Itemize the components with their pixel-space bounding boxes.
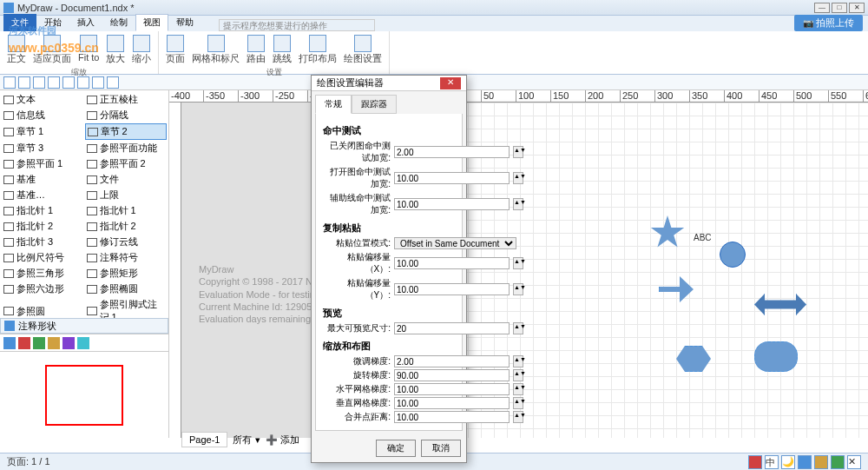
qt-icon[interactable] (92, 76, 104, 89)
upload-button[interactable]: 📷 拍照上传 (794, 15, 863, 31)
library-item[interactable]: 上限 (85, 188, 168, 202)
maximize-button[interactable]: □ (832, 3, 847, 13)
library-item[interactable]: 参照矩形 (85, 266, 168, 281)
tell-me-search[interactable]: 提示程序您想要进行的操作 (219, 19, 375, 31)
library-item[interactable]: 参照三角形 (2, 266, 84, 281)
library-item[interactable]: 指北针 3 (2, 235, 84, 249)
library-item[interactable]: 指北针 2 (85, 219, 168, 234)
tray-icon[interactable] (748, 455, 762, 469)
dialog-titlebar[interactable]: 绘图设置编辑器 ✕ (312, 76, 466, 91)
library-item[interactable]: 参照引脚式注记 1 (85, 297, 168, 318)
library-item[interactable]: 指北针 1 (85, 203, 168, 218)
fit-page-button[interactable]: 适应页面 (31, 33, 73, 67)
closed-hit-width-input[interactable] (394, 146, 510, 158)
all-pages-dropdown[interactable]: 所有 ▾ (233, 434, 260, 447)
shape-rounded-rect[interactable] (754, 341, 798, 372)
spinner-icon[interactable]: ▲▼ (513, 383, 523, 395)
jump-button[interactable]: 跳线 (271, 33, 293, 67)
library-item[interactable]: 指北针 2 (2, 219, 84, 234)
library-item[interactable]: 比例尺符号 (2, 250, 84, 265)
dialog-tab-tracker[interactable]: 跟踪器 (352, 95, 397, 114)
shape-hexagon[interactable] (676, 346, 711, 372)
qt-icon[interactable] (18, 76, 30, 89)
rotate-step-input[interactable] (394, 369, 510, 381)
library-item[interactable]: 分隔线 (85, 108, 168, 122)
hgrid-step-input[interactable] (394, 383, 510, 395)
qt-icon[interactable] (107, 76, 119, 89)
cancel-button[interactable]: 取消 (421, 440, 461, 457)
library-item[interactable]: 文本 (2, 92, 84, 107)
shape-arrow[interactable] (659, 276, 694, 302)
library-item[interactable]: 参照平面功能 (85, 141, 168, 156)
library-item[interactable]: 参照椭圆 (85, 281, 168, 296)
library-item[interactable]: 信息线 (2, 108, 84, 122)
print-layout-button[interactable]: 打印布局 (297, 33, 339, 67)
close-button[interactable]: ✕ (849, 3, 865, 13)
library-item[interactable]: 章节 1 (2, 123, 84, 140)
tray-icon[interactable]: 🌙 (781, 455, 795, 469)
library-item[interactable]: 修订云线 (85, 235, 168, 249)
tab-home[interactable]: 开始 (36, 14, 69, 31)
paste-offset-y-input[interactable] (394, 283, 510, 295)
library-item[interactable]: 参照圆 (2, 297, 84, 318)
tab-draw[interactable]: 绘制 (102, 14, 135, 31)
shape-tool-icon[interactable] (77, 337, 89, 349)
max-preview-size-input[interactable] (394, 322, 510, 334)
paste-offset-x-input[interactable] (394, 257, 510, 269)
tab-help[interactable]: 帮助 (168, 14, 201, 31)
page-button[interactable]: 页面 (164, 33, 187, 67)
page-tab-1[interactable]: Page-1 (181, 432, 227, 447)
tray-icon[interactable] (798, 455, 812, 469)
library-item[interactable]: 正五棱柱 (85, 92, 168, 107)
guide-hit-width-input[interactable] (394, 198, 510, 210)
minimize-button[interactable]: — (814, 3, 830, 13)
tray-icon[interactable] (814, 455, 828, 469)
spinner-icon[interactable]: ▲▼ (513, 172, 523, 184)
shape-star[interactable] (650, 215, 685, 250)
routing-button[interactable]: 路由 (245, 33, 267, 67)
ok-button[interactable]: 确定 (376, 440, 416, 457)
tab-file[interactable]: 文件 (3, 14, 36, 31)
spinner-icon[interactable]: ▲▼ (513, 369, 523, 381)
spinner-icon[interactable]: ▲▼ (513, 257, 523, 269)
library-item[interactable]: 章节 2 (85, 123, 168, 140)
shape-tool-icon[interactable] (3, 337, 16, 349)
zoom-in-button[interactable]: 放大 (104, 33, 127, 67)
grid-ruler-button[interactable]: 网格和标尺 (190, 33, 241, 67)
tab-insert[interactable]: 插入 (69, 14, 102, 31)
fit-to-button[interactable]: Fit to (76, 33, 101, 67)
spinner-icon[interactable]: ▲▼ (513, 198, 523, 210)
shape-tool-icon[interactable] (48, 337, 60, 349)
dialog-close-button[interactable]: ✕ (440, 77, 461, 89)
spinner-icon[interactable]: ▲▼ (513, 322, 523, 334)
shape-circle[interactable] (720, 242, 746, 268)
dialog-tab-general[interactable]: 常规 (315, 95, 352, 114)
tray-icon[interactable]: 中 (765, 455, 779, 469)
library-item[interactable]: 文件 (85, 172, 168, 187)
library-item[interactable]: 基准… (2, 188, 84, 202)
zoom-body-button[interactable]: 正文 (5, 33, 28, 67)
shape-double-arrow[interactable] (754, 294, 806, 315)
canvas-text[interactable]: ABC (694, 233, 712, 242)
qt-icon[interactable] (48, 76, 60, 89)
library-item[interactable]: 参照平面 2 (85, 156, 168, 171)
drawing-settings-button[interactable]: 绘图设置 (342, 33, 384, 67)
spinner-icon[interactable]: ▲▼ (513, 146, 523, 158)
spinner-icon[interactable]: ▲▼ (513, 355, 523, 367)
library-item[interactable]: 注释符号 (85, 250, 168, 265)
library-item[interactable]: 章节 3 (2, 141, 84, 156)
tab-view[interactable]: 视图 (135, 14, 168, 31)
merge-distance-input[interactable] (394, 411, 510, 423)
library-header[interactable]: 注释形状 (0, 318, 168, 334)
tray-icon[interactable] (831, 455, 845, 469)
library-item[interactable]: 指北针 1 (2, 203, 84, 218)
library-item[interactable]: 参照六边形 (2, 281, 84, 296)
vgrid-step-input[interactable] (394, 397, 510, 409)
spinner-icon[interactable]: ▲▼ (513, 397, 523, 409)
add-page-button[interactable]: ➕ 添加 (266, 434, 299, 447)
spinner-icon[interactable]: ▲▼ (513, 411, 523, 423)
library-item[interactable]: 基准 (2, 172, 84, 187)
shape-tool-icon[interactable] (33, 337, 45, 349)
paste-mode-select[interactable]: Offset in Same Document (394, 237, 516, 249)
preview-thumbnail[interactable] (45, 365, 123, 426)
